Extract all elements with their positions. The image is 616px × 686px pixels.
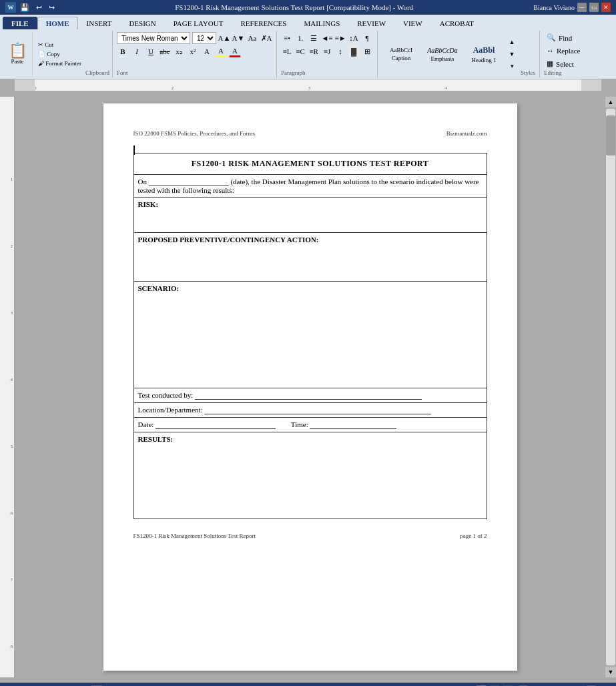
close-button[interactable]: ✕ (601, 3, 611, 12)
sort-button[interactable]: ↕A (348, 32, 360, 44)
increase-indent-button[interactable]: ≡► (334, 32, 346, 44)
bullets-button[interactable]: ≡• (281, 32, 293, 44)
font-name-select[interactable]: Times New Roman (117, 32, 190, 44)
multilevel-list-button[interactable]: ☰ (308, 32, 320, 44)
show-hide-button[interactable]: ¶ (361, 32, 373, 44)
scenario-cell[interactable]: SCENARIO: (133, 282, 487, 388)
tab-home[interactable]: HOME (37, 17, 78, 29)
strikethrough-button[interactable]: abc (159, 45, 171, 57)
scroll-thumb[interactable] (606, 115, 615, 155)
style-emphasis[interactable]: AaBbCcDa Emphasis (423, 39, 462, 69)
date-field-main[interactable] (156, 420, 276, 429)
font-group: Times New Roman 12 A▲ A▼ Aa ✗A B I U abc… (113, 31, 277, 77)
redo-icon[interactable]: ↪ (49, 3, 55, 12)
minimize-button[interactable]: ─ (577, 3, 587, 12)
shading-button[interactable]: ▓ (348, 45, 360, 57)
styles-more[interactable]: ▾ (506, 60, 518, 72)
page-header: ISO 22000 FSMS Policies, Procedures, and… (133, 130, 487, 137)
select-button[interactable]: ▦ Select (544, 58, 583, 69)
style-caption[interactable]: AaBbCcI Caption (382, 39, 420, 69)
window-title: FS1200-1 Risk Management Solutions Test … (55, 3, 533, 11)
save-icon[interactable]: 💾 (20, 3, 29, 12)
highlight-button[interactable]: A (215, 45, 227, 57)
proposed-content[interactable] (138, 244, 483, 278)
cut-button[interactable]: ✂ Cut (35, 41, 84, 49)
vruler-7: 7 (11, 577, 13, 583)
header-left: ISO 22000 FSMS Policies, Procedures, and… (133, 130, 256, 137)
text-effects-button[interactable]: A (201, 45, 213, 57)
date-label: Date: (138, 420, 154, 428)
superscript-button[interactable]: x² (187, 45, 199, 57)
date-field[interactable] (149, 178, 229, 186)
align-center-button[interactable]: ≡C (294, 45, 306, 57)
editing-group-label: Editing (544, 69, 583, 76)
style-heading1[interactable]: AaBbl Heading 1 (465, 39, 503, 69)
scroll-track[interactable] (606, 109, 615, 665)
horizontal-ruler: 1 2 3 4 (0, 79, 616, 91)
location-cell[interactable]: Location/Department: (133, 403, 487, 418)
style-caption-label: AaBbCcI (390, 47, 412, 53)
paste-button[interactable]: 📋 Paste (3, 32, 32, 76)
underline-button[interactable]: U (145, 45, 157, 57)
numbering-button[interactable]: 1. (294, 32, 306, 44)
style-emphasis-preview: AaBbCcDa (427, 47, 458, 54)
tab-review[interactable]: REVIEW (348, 17, 394, 29)
tab-file[interactable]: FILE (3, 17, 37, 29)
find-button[interactable]: 🔍 Find (544, 32, 583, 43)
scroll-down-button[interactable]: ▼ (605, 667, 616, 677)
vruler-2: 2 (11, 244, 13, 249)
vruler-5: 5 (11, 444, 13, 449)
bold-button[interactable]: B (117, 45, 129, 57)
intro-cell: On (date), the Disaster Management Plan … (133, 175, 487, 198)
align-right-button[interactable]: ≡R (308, 45, 320, 57)
results-cell[interactable]: RESULTS: (133, 432, 487, 519)
paragraph-group: ≡• 1. ☰ ◄≡ ≡► ↕A ¶ ≡L ≡C ≡R ≡J ↕ ▓ ⊞ Par… (277, 31, 378, 77)
proposed-cell[interactable]: PROPOSED PREVENTIVE/CONTINGENCY ACTION: (133, 233, 487, 282)
tab-page-layout[interactable]: PAGE LAYOUT (165, 17, 232, 29)
time-field[interactable] (310, 420, 396, 429)
test-conducted-label: Test conducted by: (138, 391, 194, 399)
tab-view[interactable]: VIEW (394, 17, 431, 29)
font-group-label: Font (117, 69, 272, 76)
quick-access-toolbar: 💾 ↩ ↪ (20, 3, 55, 12)
scenario-row: SCENARIO: (133, 282, 487, 388)
copy-button[interactable]: 📄 Copy (35, 50, 84, 58)
styles-scroll-down[interactable]: ▼ (506, 48, 518, 60)
change-case-button[interactable]: Aa (246, 32, 258, 44)
location-field[interactable] (204, 406, 431, 414)
tab-insert[interactable]: INSERT (78, 17, 121, 29)
date-time-cell[interactable]: Date: Time: (133, 418, 487, 432)
font-color-button[interactable]: A (229, 45, 241, 57)
italic-button[interactable]: I (131, 45, 143, 57)
tab-mailings[interactable]: MAILINGS (295, 17, 348, 29)
header-right: Bizmanualz.com (446, 130, 487, 137)
tab-references[interactable]: REFERENCES (232, 17, 295, 29)
vertical-scrollbar[interactable]: ▲ ▼ (605, 97, 616, 677)
time-label: Time: (291, 420, 308, 428)
borders-button[interactable]: ⊞ (361, 45, 373, 57)
font-size-select[interactable]: 12 (192, 32, 216, 44)
test-conducted-field[interactable] (195, 391, 422, 400)
shrink-font-button[interactable]: A▼ (232, 32, 244, 44)
subscript-button[interactable]: x₂ (173, 45, 185, 57)
risk-content[interactable] (138, 208, 483, 230)
document-title: FS1200-1 RISK MANAGEMENT SOLUTIONS TEST … (133, 153, 487, 175)
format-painter-button[interactable]: 🖌 Format Painter (35, 59, 84, 67)
app-icon: W (5, 2, 16, 13)
replace-button[interactable]: ↔ Replace (544, 45, 583, 56)
scroll-up-button[interactable]: ▲ (605, 97, 616, 107)
tab-acrobat[interactable]: ACROBAT (431, 17, 483, 29)
styles-scroll-up[interactable]: ▲ (506, 36, 518, 48)
clear-formatting-button[interactable]: ✗A (260, 32, 272, 44)
decrease-indent-button[interactable]: ◄≡ (321, 32, 333, 44)
risk-cell[interactable]: RISK: (133, 198, 487, 233)
align-left-button[interactable]: ≡L (281, 45, 293, 57)
undo-icon[interactable]: ↩ (36, 3, 42, 12)
line-spacing-button[interactable]: ↕ (334, 45, 346, 57)
restore-button[interactable]: ▭ (589, 3, 599, 12)
document-page[interactable]: ISO 22000 FSMS Policies, Procedures, and… (103, 103, 517, 671)
test-conducted-cell[interactable]: Test conducted by: (133, 388, 487, 403)
justify-button[interactable]: ≡J (321, 45, 333, 57)
tab-design[interactable]: DESIGN (120, 17, 164, 29)
grow-font-button[interactable]: A▲ (218, 32, 230, 44)
